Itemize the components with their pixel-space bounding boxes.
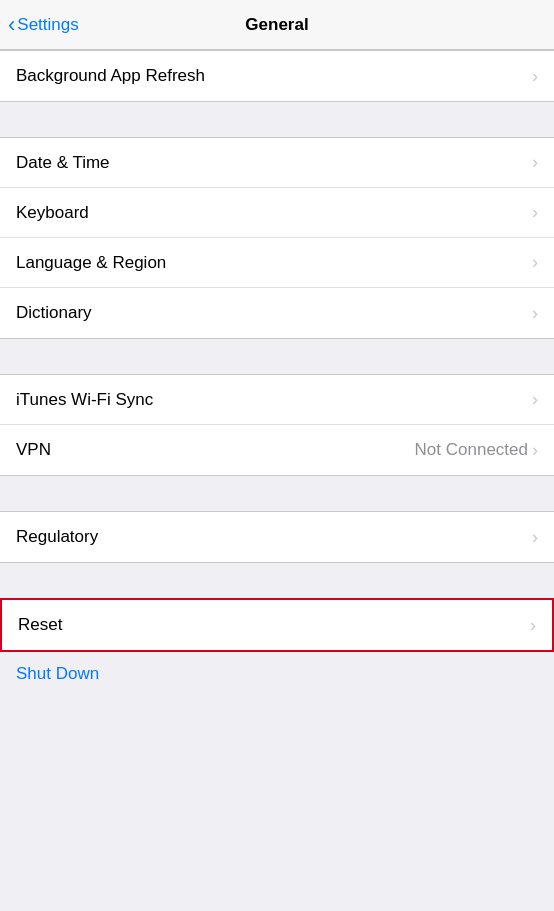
list-item[interactable]: Regulatory › — [0, 512, 554, 562]
row-right: › — [532, 202, 538, 223]
row-label: Dictionary — [16, 303, 92, 323]
row-right: Not Connected › — [415, 440, 538, 461]
spacer — [0, 563, 554, 598]
row-right: › — [532, 527, 538, 548]
row-label: Language & Region — [16, 253, 166, 273]
row-right: › — [532, 66, 538, 87]
chevron-right-icon: › — [530, 615, 536, 636]
settings-list: Background App Refresh › Date & Time › K… — [0, 50, 554, 911]
shutdown-row[interactable]: Shut Down — [0, 652, 554, 696]
chevron-right-icon: › — [532, 303, 538, 324]
vpn-row[interactable]: VPN Not Connected › — [0, 425, 554, 475]
chevron-right-icon: › — [532, 202, 538, 223]
list-item[interactable]: Language & Region › — [0, 238, 554, 288]
vpn-label: VPN — [16, 440, 51, 460]
spacer — [0, 339, 554, 374]
chevron-right-icon: › — [532, 389, 538, 410]
list-item[interactable]: Date & Time › — [0, 138, 554, 188]
row-right: › — [530, 615, 536, 636]
list-item[interactable]: Keyboard › — [0, 188, 554, 238]
list-item[interactable]: Dictionary › — [0, 288, 554, 338]
row-right: › — [532, 252, 538, 273]
shutdown-label: Shut Down — [16, 664, 99, 684]
row-label: Background App Refresh — [16, 66, 205, 86]
reset-label: Reset — [18, 615, 62, 635]
row-label: iTunes Wi-Fi Sync — [16, 390, 153, 410]
page-title: General — [245, 15, 308, 35]
back-button[interactable]: ‹ Settings — [8, 14, 79, 36]
chevron-right-icon: › — [532, 66, 538, 87]
section-locale: Date & Time › Keyboard › Language & Regi… — [0, 137, 554, 339]
list-item[interactable]: Background App Refresh › — [0, 51, 554, 101]
row-label: Date & Time — [16, 153, 110, 173]
row-right: › — [532, 152, 538, 173]
row-label: Regulatory — [16, 527, 98, 547]
row-label: Keyboard — [16, 203, 89, 223]
row-right: › — [532, 303, 538, 324]
spacer — [0, 102, 554, 137]
reset-row[interactable]: Reset › — [2, 600, 552, 650]
chevron-right-icon: › — [532, 252, 538, 273]
chevron-right-icon: › — [532, 440, 538, 461]
navigation-bar: ‹ Settings General — [0, 0, 554, 50]
section-background: Background App Refresh › — [0, 50, 554, 102]
row-right: › — [532, 389, 538, 410]
reset-section: Reset › — [0, 598, 554, 652]
section-connectivity: iTunes Wi-Fi Sync › VPN Not Connected › — [0, 374, 554, 476]
section-regulatory: Regulatory › — [0, 511, 554, 563]
back-label: Settings — [17, 15, 78, 35]
chevron-right-icon: › — [532, 152, 538, 173]
list-item[interactable]: iTunes Wi-Fi Sync › — [0, 375, 554, 425]
vpn-status: Not Connected — [415, 440, 528, 460]
chevron-left-icon: ‹ — [8, 14, 15, 36]
spacer — [0, 476, 554, 511]
chevron-right-icon: › — [532, 527, 538, 548]
